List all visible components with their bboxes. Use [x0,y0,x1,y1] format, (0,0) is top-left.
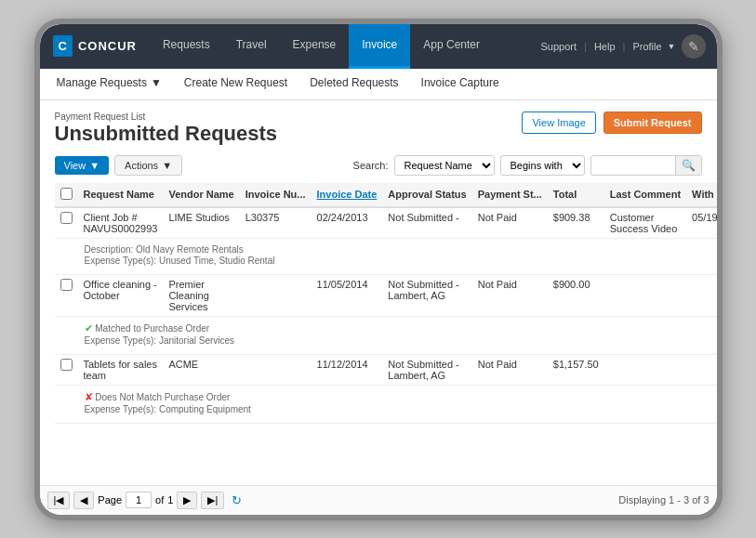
main-content: Payment Request List Unsubmitted Request… [40,100,717,485]
view-button[interactable]: View ▼ [55,156,110,175]
row1-checkbox-cell [55,207,78,239]
row3-invoice-number [240,354,312,385]
row3-last-comment [604,354,686,385]
sub-nav-invoice-capture[interactable]: Invoice Capture [419,69,501,99]
search-input-wrap: 🔍 [590,155,702,176]
pagination-bar: |◀ ◀ Page 1 of 1 ▶ ▶| ↻ Displaying 1 - 3… [40,485,717,515]
page-of-label: of [155,494,164,505]
row1-total: $909.38 [548,207,604,239]
row2-detail: ✔ Matched to Purchase Order Expense Type… [60,321,717,350]
row2-with-user-since [686,274,716,316]
row3-with-user-since [686,354,716,385]
table-header-row: Request Name Vendor Name Invoice Nu... I… [55,183,717,207]
tablet-side-button[interactable] [719,253,723,286]
manage-requests-caret: ▼ [151,76,162,89]
nav-links: Requests Travel Expense Invoice App Cent… [150,24,530,69]
row1-checkbox[interactable] [60,212,73,224]
row2-last-comment [604,274,686,316]
row2-total: $900.00 [548,274,604,316]
divider2: | [623,41,626,52]
col-header-approval-status: Approval Status [382,183,471,207]
logo-area: C CONCUR [40,24,150,69]
table-row-detail: Description: Old Navy Remote Rentals Exp… [55,238,717,274]
table-row-detail: ✔ Matched to Purchase Order Expense Type… [55,316,717,354]
search-label: Search: [353,160,389,171]
sub-nav-deleted-requests[interactable]: Deleted Requests [308,69,400,99]
page-header: Payment Request List Unsubmitted Request… [55,112,702,146]
col-header-invoice-date[interactable]: Invoice Date [312,183,383,207]
col-header-invoice-number: Invoice Nu... [240,183,312,207]
nav-travel[interactable]: Travel [223,24,280,69]
nav-invoice[interactable]: Invoice [349,24,410,69]
page-subtitle: Payment Request List [55,112,278,122]
displaying-text: Displaying 1 - 3 of 3 [618,494,709,505]
row2-detail-match: ✔ Matched to Purchase Order [85,322,717,335]
search-condition-select[interactable]: Begins with [500,155,585,176]
profile-link[interactable]: Profile [632,41,661,52]
search-field-select[interactable]: Request Name [394,155,495,176]
help-link[interactable]: Help [594,41,616,52]
row3-invoice-date: 11/12/2014 [312,354,383,385]
page-label: Page [98,494,122,505]
row1-with-user-since: 05/19/2014 [686,207,716,239]
select-all-checkbox[interactable] [60,188,73,200]
profile-caret: ▼ [668,42,676,51]
refresh-button[interactable]: ↻ [232,493,242,507]
avatar[interactable]: ✎ [682,34,706,59]
table-row: Office cleaning - October Premier Cleani… [55,274,717,316]
nav-expense[interactable]: Expense [280,24,350,69]
page-number-input[interactable]: 1 [126,492,152,508]
support-link[interactable]: Support [541,41,577,52]
row2-payment-status: Not Paid [472,274,548,316]
prev-page-button[interactable]: ◀ [73,492,94,509]
row3-approval-status: Not Submitted - Lambert, AG [382,354,471,385]
actions-button[interactable]: Actions ▼ [114,155,182,176]
row3-detail-match: ✘ Does Not Match Purchase Order [85,391,717,403]
toolbar: View ▼ Actions ▼ Search: Request Name Be… [55,155,702,176]
col-header-request-name: Request Name [78,183,164,207]
page-total: 1 [167,494,173,505]
row3-checkbox[interactable] [60,359,73,371]
row2-detail-expense: Expense Type(s): Janitorial Services [85,335,717,346]
row2-approval-status: Not Submitted - Lambert, AG [382,274,471,316]
col-header-payment-status: Payment St... [472,183,548,207]
row1-approval-status: Not Submitted - [382,207,471,239]
row2-invoice-date: 11/05/2014 [312,274,383,316]
row3-checkbox-cell [55,354,78,385]
row1-detail-description: Description: Old Navy Remote Rentals [85,244,717,255]
row2-invoice-number [240,274,312,316]
search-input[interactable] [591,157,675,174]
col-header-total: Total [548,183,604,207]
row3-request-name: Tablets for sales team [78,354,164,385]
last-page-button[interactable]: ▶| [201,492,224,509]
logo-c-letter: C [59,39,67,53]
top-navigation: C CONCUR Requests Travel Expense Invoice… [40,24,717,69]
sub-nav-create-new-request[interactable]: Create New Request [182,69,289,99]
next-page-button[interactable]: ▶ [177,492,197,509]
col-header-with-user-since: With User Si... [686,183,716,207]
submit-request-button[interactable]: Submit Request [603,112,702,134]
view-image-button[interactable]: View Image [522,112,595,134]
nav-requests[interactable]: Requests [150,24,223,69]
row1-vendor-name: LIME Studios [163,207,239,239]
view-caret: ▼ [89,160,99,171]
nav-app-center[interactable]: App Center [410,24,493,69]
col-header-last-comment: Last Comment [604,183,686,207]
logo-box: C [53,35,73,57]
row1-invoice-number: L30375 [240,207,312,239]
table-row-detail: ✘ Does Not Match Purchase Order Expense … [55,385,717,423]
search-submit-button[interactable]: 🔍 [675,156,701,175]
sub-nav-manage-requests[interactable]: Manage Requests ▼ [55,69,164,99]
row2-checkbox-cell [55,274,78,316]
row2-checkbox[interactable] [60,279,73,291]
row3-payment-status: Not Paid [472,354,548,385]
table-row: Client Job # NAVUS0002993 LIME Studios L… [55,207,717,239]
matched-icon: ✔ [85,322,93,334]
row1-payment-status: Not Paid [472,207,548,239]
first-page-button[interactable]: |◀ [47,492,71,509]
row3-detail-expense: Expense Type(s): Computing Equipment [85,404,717,414]
top-right-area: Support | Help | Profile ▼ ✎ [530,24,717,69]
unmatched-icon: ✘ [85,391,93,402]
row2-request-name: Office cleaning - October [78,274,164,316]
logo-text: CONCUR [78,39,137,53]
